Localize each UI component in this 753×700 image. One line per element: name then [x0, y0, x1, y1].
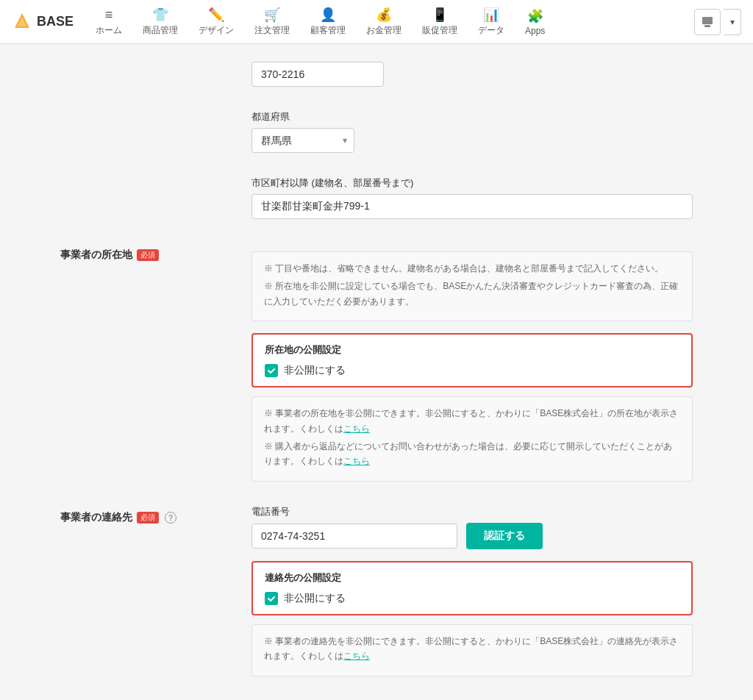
nav-apps[interactable]: 🧩 Apps [515, 8, 555, 36]
prefecture-select[interactable]: 北海道青森県岩手県宮城県秋田県山形県福島県茨城県栃木県群馬県埼玉県千葉県東京都神… [251, 128, 354, 153]
location-info-1: ※ 事業者の所在地を非公開にできます。非公開にすると、かわりに「BASE株式会社… [264, 406, 680, 436]
prefecture-label-col [60, 110, 251, 153]
location-checkbox-label: 非公開にする [284, 364, 346, 377]
contact-checkbox-row[interactable]: 非公開にする [265, 592, 679, 605]
prefecture-row: 都道府県 北海道青森県岩手県宮城県秋田県山形県福島県茨城県栃木県群馬県埼玉県千葉… [60, 110, 693, 153]
header-actions: ▾ [694, 9, 741, 35]
contact-info-link[interactable]: こちら [343, 651, 370, 661]
logo-text: BASE [37, 14, 74, 29]
logo[interactable]: BASE [12, 12, 74, 32]
nav-home[interactable]: ≡ ホーム [85, 7, 132, 37]
main-content: 都道府県 北海道青森県岩手県宮城県秋田県山形県福島県茨城県栃木県群馬県埼玉県千葉… [0, 44, 753, 700]
business-contact-label: 事業者の連絡先 必須 ? [60, 511, 234, 524]
header-user-button[interactable] [694, 9, 721, 35]
location-checkbox[interactable] [265, 364, 278, 377]
address-input[interactable] [251, 194, 693, 219]
puzzle-icon: 🧩 [527, 8, 543, 24]
header: BASE ≡ ホーム 👕 商品管理 ✏️ デザイン 🛒 注文管理 👤 顧客管理 … [0, 0, 753, 44]
business-location-label-col: 事業者の所在地 必須 [60, 243, 251, 482]
business-contact-label-col: 事業者の連絡先 必須 ? [60, 505, 251, 676]
business-location-notes: ※ 丁目や番地は、省略できません。建物名がある場合は、建物名と部屋番号まで記入し… [251, 251, 693, 321]
location-info-2: ※ 購入者から返品などについてお問い合わせがあった場合は、必要に応じて開示してい… [264, 439, 680, 469]
contact-required-badge: 必須 [137, 512, 159, 524]
address-label-col [60, 176, 251, 219]
business-contact-row: 事業者の連絡先 必須 ? 電話番号 認証する 連絡先の公開設定 [60, 505, 693, 676]
contact-help-icon[interactable]: ? [165, 512, 176, 524]
postal-content-col [251, 62, 693, 87]
location-info-link-1[interactable]: こちら [343, 424, 370, 434]
phone-input[interactable] [251, 524, 457, 549]
nav-money[interactable]: 💰 お金管理 [356, 7, 412, 37]
location-note-1: ※ 丁目や番地は、省略できません。建物名がある場合は、建物名と部屋番号まで記入し… [264, 261, 680, 276]
shirt-icon: 👕 [152, 7, 168, 23]
location-public-setting-title: 所在地の公開設定 [265, 343, 679, 357]
user-icon [701, 15, 714, 29]
pencil-icon: ✏️ [208, 7, 224, 23]
address-sub-label: 市区町村以降 (建物名、部屋番号まで) [251, 176, 693, 190]
contact-public-setting-title: 連絡先の公開設定 [265, 571, 679, 585]
prefecture-select-wrap: 北海道青森県岩手県宮城県秋田県山形県福島県茨城県栃木県群馬県埼玉県千葉県東京都神… [251, 128, 354, 153]
location-info-box: ※ 事業者の所在地を非公開にできます。非公開にすると、かわりに「BASE株式会社… [251, 396, 693, 482]
postal-label-col [60, 62, 251, 87]
business-location-content-col: ※ 丁目や番地は、省略できません。建物名がある場合は、建物名と部屋番号まで記入し… [251, 243, 693, 482]
contact-info: ※ 事業者の連絡先を非公開にできます。非公開にすると、かわりに「BASE株式会社… [264, 634, 680, 664]
nav-promotion[interactable]: 📱 販促管理 [412, 7, 468, 37]
contact-checkbox-label: 非公開にする [284, 592, 346, 605]
content-wrapper: 都道府県 北海道青森県岩手県宮城県秋田県山形県福島県茨城県栃木県群馬県埼玉県千葉… [46, 62, 707, 676]
prefecture-content-col: 都道府県 北海道青森県岩手県宮城県秋田県山形県福島県茨城県栃木県群馬県埼玉県千葉… [251, 110, 693, 153]
business-contact-content-col: 電話番号 認証する 連絡先の公開設定 [251, 505, 693, 676]
contact-public-setting-box: 連絡先の公開設定 非公開にする [251, 561, 693, 615]
location-checkbox-row[interactable]: 非公開にする [265, 364, 679, 377]
phone-nav-icon: 📱 [432, 7, 448, 23]
chart-icon: 📊 [483, 7, 499, 23]
business-location-label: 事業者の所在地 必須 [60, 249, 234, 262]
check-icon [267, 366, 276, 375]
contact-info-box: ※ 事業者の連絡先を非公開にできます。非公開にすると、かわりに「BASE株式会社… [251, 624, 693, 676]
business-location-row: 事業者の所在地 必須 ※ 丁目や番地は、省略できません。建物名がある場合は、建物… [60, 243, 693, 482]
verify-button[interactable]: 認証する [466, 523, 543, 549]
required-badge: 必須 [137, 249, 159, 261]
location-info-link-2[interactable]: こちら [343, 456, 370, 466]
nav-products[interactable]: 👕 商品管理 [132, 7, 188, 37]
main-nav: ≡ ホーム 👕 商品管理 ✏️ デザイン 🛒 注文管理 👤 顧客管理 💰 お金管… [85, 7, 694, 37]
contact-check-icon [267, 594, 276, 603]
header-dropdown-arrow[interactable]: ▾ [724, 9, 741, 35]
logo-icon [12, 12, 32, 32]
nav-customers[interactable]: 👤 顧客管理 [300, 7, 356, 37]
cart-icon: 🛒 [264, 7, 280, 23]
svg-rect-2 [702, 17, 713, 24]
nav-orders[interactable]: 🛒 注文管理 [244, 7, 300, 37]
nav-data[interactable]: 📊 データ [468, 7, 515, 37]
nav-design[interactable]: ✏️ デザイン [188, 7, 244, 37]
phone-row: 認証する [251, 523, 693, 549]
customer-icon: 👤 [320, 7, 336, 23]
prefecture-label: 都道府県 [251, 110, 693, 124]
postal-code-input[interactable] [251, 62, 384, 87]
svg-rect-3 [704, 25, 710, 27]
address-content-col: 市区町村以降 (建物名、部屋番号まで) [251, 176, 693, 219]
address-row: 市区町村以降 (建物名、部屋番号まで) [60, 176, 693, 219]
money-icon: 💰 [376, 7, 392, 23]
contact-checkbox[interactable] [265, 592, 278, 605]
home-icon: ≡ [105, 7, 113, 23]
location-note-2: ※ 所在地を非公開に設定している場合でも、BASEかんたん決済審査やクレジットカ… [264, 279, 680, 309]
location-public-setting-box: 所在地の公開設定 非公開にする [251, 333, 693, 388]
postal-code-row [60, 62, 693, 87]
phone-label: 電話番号 [251, 506, 290, 517]
